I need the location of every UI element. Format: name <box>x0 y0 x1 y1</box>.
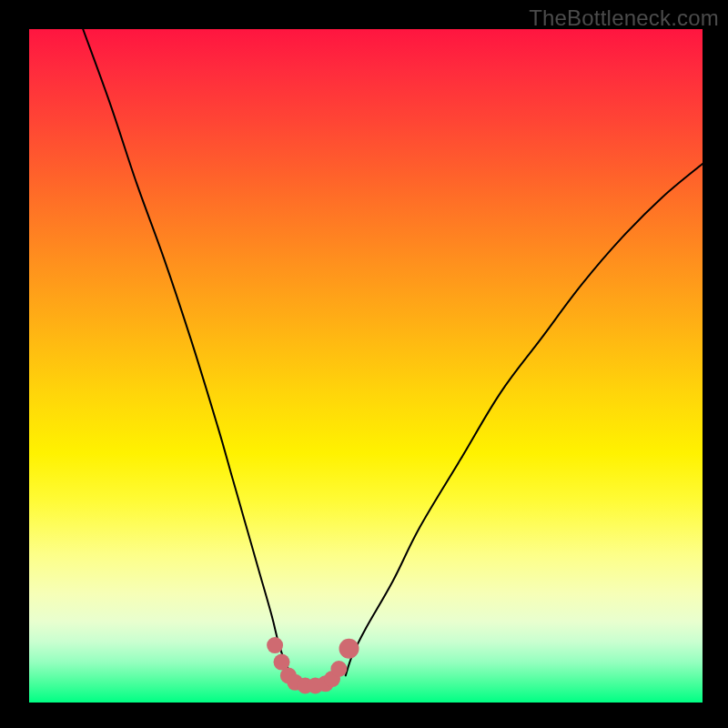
valley-marker <box>330 661 347 677</box>
left-curve <box>83 29 291 675</box>
right-curve <box>346 164 703 675</box>
curve-layer <box>29 29 703 703</box>
valley-marker <box>339 639 359 659</box>
plot-area <box>29 29 703 703</box>
valley-markers <box>267 637 359 693</box>
valley-marker <box>267 637 283 653</box>
watermark-text: TheBottleneck.com <box>529 5 719 31</box>
chart-frame: TheBottleneck.com <box>0 0 728 728</box>
